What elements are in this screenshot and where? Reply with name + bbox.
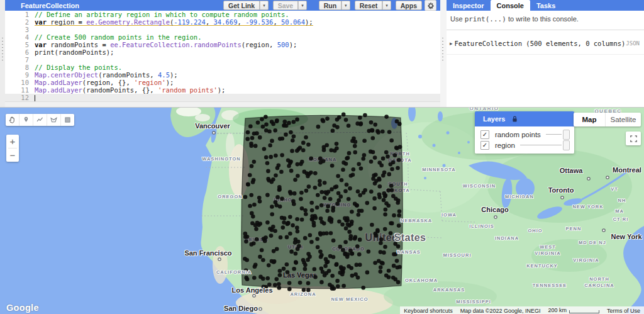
code-editor[interactable]: 1// Define an arbitrary region in which … — [5, 11, 440, 101]
random-point — [383, 213, 387, 217]
save-button[interactable]: Save — [273, 1, 299, 10]
tab-console[interactable]: Console — [491, 0, 530, 11]
keyboard-shortcuts-link[interactable]: Keyboard shortcuts — [400, 306, 457, 314]
code-line[interactable]: 6print(randomPoints); — [5, 48, 440, 56]
random-point — [315, 205, 319, 210]
expander-icon[interactable]: ▸ — [450, 40, 453, 47]
random-point — [278, 137, 282, 141]
random-point — [252, 203, 257, 207]
run-group: Run ▾ — [319, 1, 350, 10]
earth-engine-code-editor: FeatureCollection Get Link ▾ Save ▾ Run … — [0, 0, 644, 314]
code-line[interactable]: 7 — [5, 56, 440, 64]
random-point — [358, 227, 363, 231]
lock-icon[interactable] — [511, 115, 518, 123]
run-button[interactable]: Run — [319, 1, 341, 10]
layers-header[interactable]: Layers — [475, 111, 574, 126]
fullscreen-button[interactable] — [626, 132, 641, 145]
get-link-button[interactable]: Get Link — [223, 1, 260, 10]
terms-of-use-link[interactable]: Terms of Use — [603, 306, 644, 314]
random-point — [343, 240, 348, 244]
opacity-slider-track[interactable] — [520, 145, 562, 145]
panel-divider[interactable] — [440, 0, 447, 107]
opacity-slider-handle[interactable] — [563, 130, 570, 140]
code-line[interactable]: 4// Create 500 random points in the regi… — [5, 33, 440, 41]
random-point — [260, 248, 264, 252]
line-number: 1 — [5, 11, 35, 18]
tab-inspector[interactable]: Inspector — [447, 0, 491, 11]
map-type-map-button[interactable]: Map — [574, 113, 606, 126]
random-point — [371, 150, 375, 155]
random-point — [272, 259, 277, 264]
random-point — [318, 182, 322, 187]
random-point — [245, 258, 249, 262]
code-line[interactable]: 10Map.addLayer(region, {}, 'region'); — [5, 79, 440, 86]
random-point — [326, 260, 330, 264]
random-point — [344, 227, 348, 231]
zoom-out-button[interactable]: − — [6, 149, 19, 162]
code-line[interactable]: 1// Define an arbitrary region in which … — [5, 11, 440, 18]
layers-panel: Layers ✓random points✓region — [475, 111, 574, 154]
run-dropdown[interactable]: ▾ — [341, 1, 350, 10]
random-point — [328, 283, 332, 287]
random-point — [330, 164, 335, 168]
random-point — [372, 206, 377, 211]
random-point — [306, 281, 311, 286]
polygon-tool-button[interactable] — [47, 114, 61, 126]
random-point — [319, 203, 324, 208]
random-point — [292, 202, 296, 206]
random-point — [296, 174, 300, 178]
code-line[interactable]: 9Map.centerObject(randomPoints, 4.5); — [5, 71, 440, 79]
map-canvas[interactable]: MONTANAIDAHOWYOMINGNORTHDAKOTASOUTHDAKOT… — [0, 107, 644, 314]
random-point — [396, 266, 400, 270]
opacity-slider-track[interactable] — [546, 134, 562, 135]
pan-tool-button[interactable] — [6, 114, 19, 126]
layer-checkbox[interactable]: ✓ — [480, 130, 489, 139]
random-point — [309, 201, 314, 205]
save-dropdown[interactable]: ▾ — [298, 1, 307, 10]
layer-label: random points — [495, 131, 541, 138]
layers-title: Layers — [483, 115, 505, 123]
line-tool-button[interactable] — [33, 114, 47, 126]
random-point — [295, 118, 299, 122]
code-line[interactable]: 12 — [5, 94, 440, 101]
map-type-satellite-button[interactable]: Satellite — [606, 113, 641, 126]
layer-label: region — [495, 142, 515, 149]
random-point — [395, 259, 399, 263]
code-line[interactable]: 8// Display the points. — [5, 64, 440, 71]
random-point — [323, 196, 327, 200]
random-point — [255, 221, 260, 225]
random-point — [263, 239, 267, 244]
settings-button[interactable] — [425, 0, 436, 11]
random-point — [343, 189, 348, 194]
rectangle-tool-button[interactable] — [61, 114, 74, 126]
random-point — [371, 136, 375, 140]
tab-tasks[interactable]: Tasks — [530, 0, 562, 11]
reset-button[interactable]: Reset — [355, 1, 383, 10]
random-point — [313, 171, 318, 176]
opacity-slider-handle[interactable] — [563, 140, 570, 150]
code-line[interactable]: 5var randomPoints = ee.FeatureCollection… — [5, 41, 440, 48]
random-point — [309, 157, 313, 161]
random-point — [341, 160, 346, 165]
random-point — [282, 267, 286, 271]
reset-dropdown[interactable]: ▾ — [382, 1, 391, 10]
random-point — [334, 263, 338, 267]
random-point — [381, 157, 386, 161]
json-link[interactable]: JSON — [626, 40, 640, 47]
apps-button[interactable]: Apps — [396, 1, 422, 10]
random-point — [250, 136, 255, 140]
random-point — [250, 242, 254, 247]
point-tool-button[interactable] — [19, 114, 33, 126]
console-record-row[interactable]: ▸ FeatureCollection (500 elements, 0 col… — [447, 33, 644, 55]
code-line[interactable]: 2var region = ee.Geometry.Rectangle(-119… — [5, 18, 440, 26]
random-point — [246, 182, 250, 186]
random-point — [299, 191, 304, 195]
left-panel-resizer[interactable] — [0, 0, 5, 107]
zoom-in-button[interactable]: + — [6, 135, 19, 148]
google-logo[interactable]: Google — [6, 303, 39, 313]
code-line[interactable]: 11Map.addLayer(randomPoints, {}, 'random… — [5, 86, 440, 94]
code-line[interactable]: 3 — [5, 26, 440, 33]
get-link-dropdown[interactable]: ▾ — [260, 1, 269, 10]
random-point — [319, 216, 323, 221]
layer-checkbox[interactable]: ✓ — [480, 141, 489, 150]
